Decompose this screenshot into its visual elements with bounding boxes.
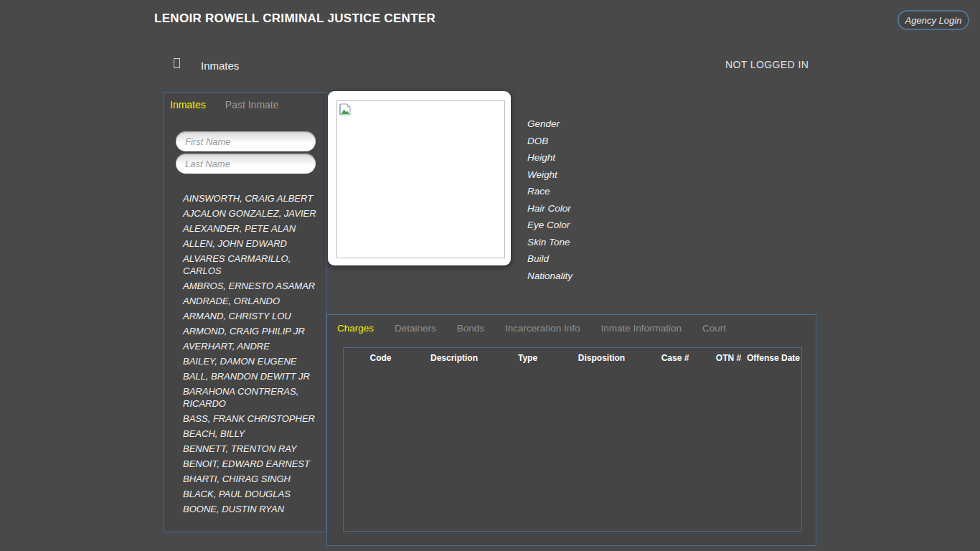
profile-field-label: Hair Color [527,200,573,217]
inmate-list-item[interactable]: BARAHONA CONTRERAS, RICARDO [183,385,321,410]
charges-table-column-header: OTN # [712,353,745,363]
inmate-list-item[interactable]: ANDRADE, ORLANDO [183,295,321,307]
inmate-list: AINSWORTH, CRAIG ALBERT AJCALON GONZALEZ… [183,192,321,518]
details-tab[interactable]: Inmate Information [600,323,682,334]
inmate-list-item[interactable]: BOONE, DUSTIN RYAN [183,503,321,515]
missing-glyph-icon [174,58,180,68]
inmate-list-item[interactable]: AVERHART, ANDRE [183,340,321,352]
profile-field-label: Skin Tone [527,234,573,251]
charges-table-header-row: Code Description Type Disposition Case #… [344,348,801,363]
charges-table-column-header: Type [491,353,565,363]
inmate-list-item[interactable]: ALVARES CARMARILLO, CARLOS [183,253,321,277]
broken-image-icon [339,103,353,117]
profile-field-label: Race [527,183,573,200]
inmate-list-item[interactable]: BHARTI, CHIRAG SINGH [183,473,321,485]
search-panel-tab[interactable]: Past Inmate [225,99,279,110]
inmate-list-item[interactable]: BASS, FRANK CHRISTOPHER [183,413,321,425]
profile-field-label: Build [527,250,573,268]
inmate-list-item[interactable]: BALL, BRANDON DEWITT JR [183,370,321,382]
last-name-input[interactable] [176,154,316,174]
inmate-list-item[interactable]: ARMOND, CRAIG PHILIP JR [183,325,321,337]
inmate-list-item[interactable]: ALEXANDER, PETE ALAN [183,222,321,235]
details-tabs: Charges Detainers Bonds Incarceration In… [337,323,726,334]
charges-table-column-header: Disposition [565,353,639,363]
charges-table-column-header: Description [418,353,491,363]
charges-table-column-header: Case # [639,353,712,363]
inmate-photo-placeholder [336,100,505,258]
charges-table-column-header: Offense Date [745,353,801,363]
profile-field-label: DOB [527,133,573,150]
inmate-list-item[interactable]: ALLEN, JOHN EDWARD [183,237,321,250]
inmate-search-panel: Inmates Past Inmate AINSWORTH, CRAIG ALB… [164,92,326,532]
charges-table: Code Description Type Disposition Case #… [343,347,802,532]
profile-field-label: Height [527,149,573,166]
details-tab[interactable]: Incarceration Info [505,323,580,334]
details-tab[interactable]: Detainers [395,323,436,334]
profile-field-list: Gender DOB Height Weight Race Hair Color… [527,116,573,284]
inmate-details-panel: Charges Detainers Bonds Incarceration In… [326,314,816,546]
search-panel-tabs: Inmates Past Inmate [170,99,279,110]
details-tab[interactable]: Court [702,323,726,334]
login-status-text: NOT LOGGED IN [725,59,809,70]
details-tab[interactable]: Charges [337,323,374,334]
inmate-list-item[interactable]: BAILEY, DAMON EUGENE [183,355,321,367]
inmate-list-item[interactable]: BLACK, PAUL DOUGLAS [183,488,321,500]
charges-table-column-header: Code [344,353,418,363]
profile-field-label: Eye Color [527,217,573,234]
inmate-list-item[interactable]: ARMAND, CHRISTY LOU [183,310,321,322]
details-tab[interactable]: Bonds [457,323,484,334]
search-panel-tab[interactable]: Inmates [170,99,206,110]
profile-field-label: Gender [527,116,573,133]
inmate-list-item[interactable]: BENOIT, EDWARD EARNEST [183,458,321,470]
inmate-list-item[interactable]: BEACH, BILLY [183,428,321,440]
section-label-inmates: Inmates [201,60,239,72]
inmate-photo-card [328,91,511,265]
profile-field-label: Weight [527,166,573,184]
agency-login-button[interactable]: Agency Login [897,10,969,30]
page-title: LENOIR ROWELL CRIMINAL JUSTICE CENTER [154,11,435,26]
inmate-list-item[interactable]: BENNETT, TRENTON RAY [183,443,321,455]
inmate-list-item[interactable]: AMBROS, ERNESTO ASAMAR [183,280,321,292]
first-name-input[interactable] [176,131,316,151]
inmate-list-item[interactable]: AJCALON GONZALEZ, JAVIER [183,207,321,220]
profile-field-label: Nationality [527,268,573,285]
inmate-list-item[interactable]: AINSWORTH, CRAIG ALBERT [183,192,321,204]
